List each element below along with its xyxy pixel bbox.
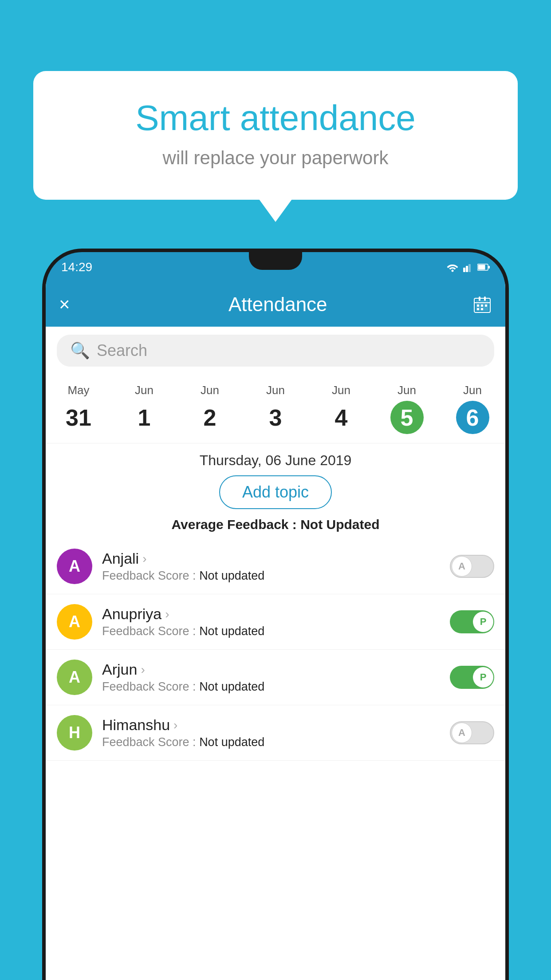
toggle-container[interactable]: P	[450, 666, 494, 689]
app-title: Attendance	[83, 293, 472, 316]
student-row: AAnupriya ›Feedback Score : Not updatedP	[46, 594, 505, 650]
student-info: Anupriya ›Feedback Score : Not updated	[102, 605, 450, 638]
avg-feedback-value: Not Updated	[300, 517, 379, 532]
battery-icon	[477, 264, 490, 271]
student-row: AAnjali ›Feedback Score : Not updatedA	[46, 539, 505, 594]
avg-feedback: Average Feedback : Not Updated	[46, 517, 505, 532]
student-row: HHimanshu ›Feedback Score : Not updatedA	[46, 705, 505, 761]
cal-month-label: Jun	[442, 383, 503, 397]
close-button[interactable]: ×	[59, 294, 70, 315]
speech-bubble: Smart attendance will replace your paper…	[33, 71, 518, 200]
svg-rect-2	[466, 266, 468, 272]
student-feedback: Feedback Score : Not updated	[102, 680, 450, 694]
toggle-knob: A	[452, 723, 472, 743]
feedback-value: Not updated	[199, 735, 264, 749]
svg-rect-5	[478, 265, 485, 270]
svg-rect-11	[484, 296, 486, 301]
calendar-strip[interactable]: May31Jun1Jun2Jun3Jun4Jun5Jun6	[46, 375, 505, 443]
cal-date-num: 4	[325, 401, 358, 434]
add-topic-button[interactable]: Add topic	[219, 475, 332, 509]
student-feedback: Feedback Score : Not updated	[102, 624, 450, 638]
phone-inner: 14:29	[46, 252, 505, 980]
cal-date-num: 31	[62, 401, 95, 434]
toggle-knob: A	[452, 556, 472, 577]
cal-month-label: May	[48, 383, 109, 397]
svg-rect-13	[481, 304, 483, 307]
date-heading: Thursday, 06 June 2019	[46, 443, 505, 475]
signal-icon	[463, 262, 473, 272]
cal-month-label: Jun	[114, 383, 175, 397]
avatar: H	[57, 715, 92, 751]
bubble-subtitle: will replace your paperwork	[55, 147, 496, 169]
student-info: Arjun ›Feedback Score : Not updated	[102, 661, 450, 694]
feedback-value: Not updated	[199, 624, 264, 638]
svg-rect-3	[468, 264, 471, 272]
student-name[interactable]: Anjali ›	[102, 550, 450, 567]
student-feedback: Feedback Score : Not updated	[102, 569, 450, 583]
cal-date-num: 2	[193, 401, 227, 434]
phone-screen: × Attendance 🔍	[46, 282, 505, 980]
svg-rect-6	[488, 266, 490, 269]
toggle-knob: P	[473, 667, 493, 688]
search-bar: 🔍 Search	[46, 327, 505, 375]
cal-day-3[interactable]: Jun3	[243, 379, 308, 439]
student-name[interactable]: Arjun ›	[102, 661, 450, 678]
attendance-toggle[interactable]: A	[450, 555, 494, 578]
phone-frame: 14:29	[42, 249, 509, 980]
student-feedback: Feedback Score : Not updated	[102, 735, 450, 749]
cal-day-1[interactable]: Jun1	[111, 379, 177, 439]
avatar: A	[57, 604, 92, 640]
chevron-icon: ›	[165, 607, 169, 621]
cal-date-num: 3	[259, 401, 292, 434]
app-bar: × Attendance	[46, 282, 505, 327]
avg-feedback-label: Average Feedback :	[171, 517, 300, 532]
toggle-container[interactable]: P	[450, 610, 494, 633]
attendance-toggle[interactable]: A	[450, 721, 494, 744]
search-placeholder: Search	[97, 341, 147, 360]
cal-date-num: 5	[390, 401, 424, 434]
cal-month-label: Jun	[245, 383, 306, 397]
cal-month-label: Jun	[376, 383, 437, 397]
cal-day-6[interactable]: Jun6	[440, 379, 505, 439]
student-row: AArjun ›Feedback Score : Not updatedP	[46, 650, 505, 705]
svg-point-0	[452, 270, 454, 272]
status-time: 14:29	[61, 260, 92, 274]
cal-day-4[interactable]: Jun4	[308, 379, 374, 439]
svg-rect-14	[485, 304, 487, 307]
student-name[interactable]: Himanshu ›	[102, 716, 450, 734]
cal-day-2[interactable]: Jun2	[177, 379, 243, 439]
student-info: Himanshu ›Feedback Score : Not updated	[102, 716, 450, 749]
toggle-container[interactable]: A	[450, 555, 494, 578]
feedback-value: Not updated	[199, 680, 264, 693]
wifi-icon	[446, 262, 459, 272]
svg-rect-12	[477, 304, 479, 307]
cal-month-label: Jun	[311, 383, 372, 397]
cal-date-num: 1	[128, 401, 161, 434]
search-input[interactable]: 🔍 Search	[57, 335, 494, 367]
chevron-icon: ›	[141, 663, 145, 677]
student-info: Anjali ›Feedback Score : Not updated	[102, 550, 450, 583]
svg-rect-1	[463, 268, 465, 272]
cal-date-num: 6	[456, 401, 489, 434]
avatar: A	[57, 549, 92, 584]
toggle-container[interactable]: A	[450, 721, 494, 744]
chevron-icon: ›	[173, 718, 177, 732]
calendar-icon[interactable]	[472, 295, 492, 314]
svg-rect-15	[477, 308, 479, 310]
attendance-toggle[interactable]: P	[450, 610, 494, 633]
chevron-icon: ›	[142, 552, 146, 566]
avatar: A	[57, 660, 92, 695]
cal-day-0[interactable]: May31	[46, 379, 111, 439]
student-list: AAnjali ›Feedback Score : Not updatedAAA…	[46, 539, 505, 761]
feedback-value: Not updated	[199, 569, 264, 582]
toggle-knob: P	[473, 612, 493, 632]
cal-month-label: Jun	[179, 383, 240, 397]
svg-rect-16	[481, 308, 483, 310]
search-icon: 🔍	[70, 341, 90, 360]
bubble-title: Smart attendance	[55, 98, 496, 138]
cal-day-5[interactable]: Jun5	[374, 379, 440, 439]
student-name[interactable]: Anupriya ›	[102, 605, 450, 623]
notch	[249, 252, 302, 270]
svg-rect-10	[479, 296, 480, 301]
attendance-toggle[interactable]: P	[450, 666, 494, 689]
